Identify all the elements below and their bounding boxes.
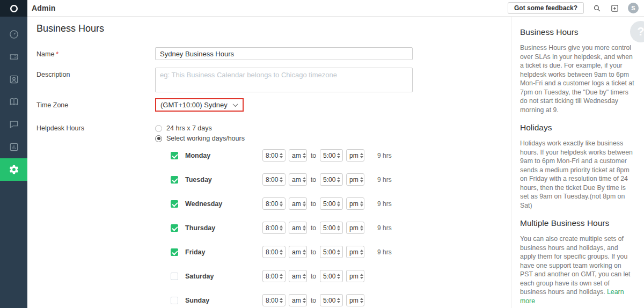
end-time-select[interactable]: 5:00 <box>320 197 343 210</box>
start-meridiem-select[interactable]: am <box>289 197 307 210</box>
stepper-arrows-icon <box>303 250 306 255</box>
stepper-arrows-icon <box>360 177 363 182</box>
duration-label: 9 hrs <box>377 248 392 256</box>
start-time-select[interactable]: 8:00 <box>262 173 286 186</box>
sidebar-item-forums[interactable] <box>0 113 27 136</box>
left-sidebar <box>0 0 27 308</box>
start-meridiem-select[interactable]: am <box>289 246 307 258</box>
help-body: Business Hours give you more control ove… <box>520 43 635 114</box>
day-label: Wednesday <box>185 200 262 208</box>
chat-bubble-icon <box>9 119 19 130</box>
radio-button[interactable] <box>155 125 162 132</box>
help-panel: ? Business Hours Business Hours give you… <box>511 17 644 308</box>
radio-button[interactable] <box>155 135 162 142</box>
end-meridiem-select[interactable]: pm <box>346 246 364 258</box>
end-time-select[interactable]: 5:00 <box>320 149 343 162</box>
day-checkbox[interactable] <box>171 297 178 304</box>
day-row-wednesday: Wednesday 8:00 am to 5:00 pm 9 hrs <box>36 192 500 216</box>
start-time-select[interactable]: 8:00 <box>262 197 286 210</box>
start-meridiem-select[interactable]: am <box>289 149 307 162</box>
day-checkbox[interactable] <box>171 248 178 256</box>
description-row: Description <box>36 68 500 92</box>
topbar-title: Admin <box>32 4 56 12</box>
sidebar-nav <box>0 17 27 181</box>
day-checkbox[interactable] <box>171 224 178 232</box>
sidebar-item-reports[interactable] <box>0 136 27 158</box>
day-label: Saturday <box>185 273 262 280</box>
stepper-arrows-icon <box>303 298 306 303</box>
stepper-arrows-icon <box>303 201 306 207</box>
helpdesk-hours-options: 24 hrs x 7 days Select working days/hour… <box>155 124 245 142</box>
create-new-icon[interactable] <box>610 4 619 13</box>
annotation-highlight: (GMT+10:00) Sydney <box>155 98 244 112</box>
description-input[interactable] <box>155 68 413 92</box>
start-time-select[interactable]: 8:00 <box>262 270 286 282</box>
day-checkbox[interactable] <box>171 200 178 208</box>
duration-label: 9 hrs <box>377 200 392 208</box>
timezone-row: Time Zone (GMT+10:00) Sydney <box>36 98 500 112</box>
stepper-arrows-icon <box>280 201 283 207</box>
sidebar-item-solutions[interactable] <box>0 91 27 113</box>
helpdesk-hours-row: Helpdesk Hours 24 hrs x 7 days Select wo… <box>36 124 500 142</box>
start-time-select[interactable]: 8:00 <box>262 294 286 306</box>
stepper-arrows-icon <box>337 177 340 182</box>
end-meridiem-select[interactable]: pm <box>346 222 364 234</box>
start-time-select[interactable]: 8:00 <box>262 222 286 234</box>
start-time-select[interactable]: 8:00 <box>262 246 286 258</box>
stepper-arrows-icon <box>360 153 363 158</box>
end-time-select[interactable]: 5:00 <box>320 246 343 258</box>
start-meridiem-select[interactable]: am <box>289 294 307 306</box>
day-checkbox[interactable] <box>171 152 178 159</box>
feedback-button[interactable]: Got some feedback? <box>508 2 584 14</box>
day-checkbox[interactable] <box>171 176 178 184</box>
help-heading: Multiple Business Hours <box>520 218 635 228</box>
stepper-arrows-icon <box>303 225 306 231</box>
end-meridiem-select[interactable]: pm <box>346 197 364 210</box>
sidebar-item-admin[interactable] <box>0 158 27 181</box>
to-label: to <box>311 248 316 256</box>
day-row-tuesday: Tuesday 8:00 am to 5:00 pm 9 hrs <box>36 167 500 192</box>
end-time-select[interactable]: 5:00 <box>320 270 343 282</box>
dashboard-icon <box>9 29 19 40</box>
end-meridiem-select[interactable]: pm <box>346 173 364 186</box>
stepper-arrows-icon <box>337 153 340 158</box>
timezone-dropdown[interactable]: (GMT+10:00) Sydney <box>160 101 237 109</box>
start-time-select[interactable]: 8:00 <box>262 149 286 162</box>
day-row-thursday: Thursday 8:00 am to 5:00 pm 9 hrs <box>36 216 500 240</box>
search-icon[interactable] <box>592 4 602 13</box>
radio-working-days[interactable]: Select working days/hours <box>155 135 245 142</box>
end-meridiem-select[interactable]: pm <box>346 149 364 162</box>
sidebar-item-dashboard[interactable] <box>0 23 27 46</box>
ticket-icon <box>9 52 19 62</box>
help-section-business-hours: Business Hours Business Hours give you m… <box>520 27 635 114</box>
to-label: to <box>311 297 316 304</box>
end-time-select[interactable]: 5:00 <box>320 222 343 234</box>
stepper-arrows-icon <box>360 274 363 279</box>
day-checkbox[interactable] <box>171 273 178 280</box>
name-row: Name* <box>36 47 500 60</box>
page-title: Business Hours <box>36 23 500 34</box>
radio-label: 24 hrs x 7 days <box>166 124 212 132</box>
sidebar-item-tickets[interactable] <box>0 46 27 68</box>
end-time-select[interactable]: 5:00 <box>320 173 343 186</box>
end-meridiem-select[interactable]: pm <box>346 294 364 306</box>
sidebar-item-contacts[interactable] <box>0 68 27 91</box>
start-meridiem-select[interactable]: am <box>289 222 307 234</box>
day-label: Tuesday <box>185 176 262 184</box>
day-label: Monday <box>185 152 262 159</box>
end-meridiem-select[interactable]: pm <box>346 270 364 282</box>
stepper-arrows-icon <box>280 250 283 255</box>
user-avatar[interactable]: S <box>628 3 639 13</box>
start-meridiem-select[interactable]: am <box>289 270 307 282</box>
end-time-select[interactable]: 5:00 <box>320 294 343 306</box>
topbar-actions: Got some feedback? S <box>508 2 639 14</box>
start-meridiem-select[interactable]: am <box>289 173 307 186</box>
stepper-arrows-icon <box>280 153 283 158</box>
freshdesk-logo[interactable] <box>0 0 27 17</box>
stepper-arrows-icon <box>303 177 306 182</box>
name-input[interactable] <box>155 47 413 60</box>
stepper-arrows-icon <box>337 298 340 303</box>
name-label: Name* <box>36 47 155 60</box>
radio-24x7[interactable]: 24 hrs x 7 days <box>155 124 245 132</box>
working-days-list: Monday 8:00 am to 5:00 pm 9 hrs Tuesday … <box>36 143 500 308</box>
